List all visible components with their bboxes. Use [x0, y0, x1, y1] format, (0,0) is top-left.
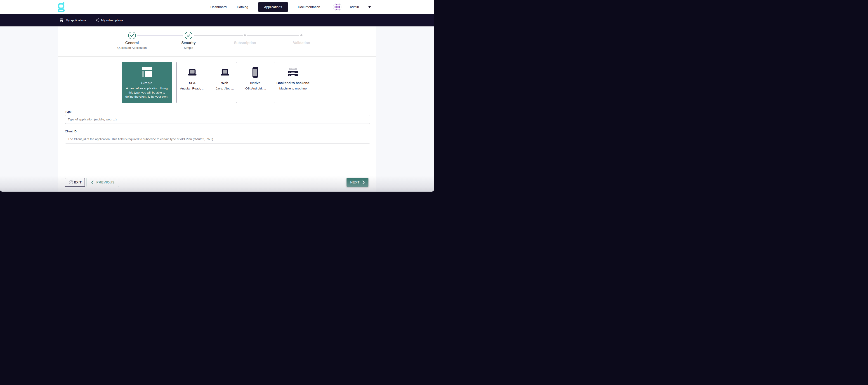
step-title: General: [105, 41, 159, 45]
step-subtitle: Simple: [161, 46, 216, 50]
previous-button-label: PREVIOUS: [96, 180, 115, 184]
card-description: iOS, Android, ...: [243, 87, 268, 91]
exit-button-label: EXIT: [74, 181, 82, 184]
nav-applications[interactable]: Applications: [258, 2, 287, 12]
smartphone-icon: [252, 65, 258, 79]
next-button[interactable]: NEXT: [346, 178, 368, 187]
layout-blocks-icon: [142, 65, 152, 79]
step-subscription[interactable]: Subscription: [218, 26, 272, 45]
nav-catalog[interactable]: Catalog: [237, 5, 248, 9]
step-subtitle: Quickstart Application: [105, 46, 159, 50]
user-avatar[interactable]: [333, 3, 342, 11]
next-button-label: NEXT: [350, 180, 360, 184]
slash-circle-icon: [68, 180, 74, 185]
card-title: SPA: [189, 81, 196, 85]
card-title: Backend to backend: [276, 81, 309, 85]
share-icon: [95, 18, 99, 22]
type-label: Type: [65, 110, 370, 114]
card-web[interactable]: Web Java, .Net, ...: [213, 62, 237, 103]
type-input[interactable]: [65, 115, 370, 124]
step-title: Security: [161, 41, 216, 45]
nav-documentation[interactable]: Documentation: [298, 5, 320, 9]
client-id-field-group: Client ID: [65, 130, 370, 143]
card-spa[interactable]: SPA Angular, React, ...: [177, 62, 208, 103]
server-stack-icon: [59, 18, 64, 22]
check-circle-icon: [185, 32, 192, 39]
content-column: General Quickstart Application Security …: [58, 26, 376, 192]
laptop-icon: [220, 65, 230, 79]
nav-dashboard[interactable]: Dashboard: [211, 5, 227, 9]
subnav-label: My applications: [66, 19, 86, 22]
card-description: Java, .Net, ...: [215, 87, 235, 91]
browser-page: Dashboard Catalog Applications Documenta…: [0, 0, 434, 193]
card-description: Machine to machine: [278, 87, 308, 91]
check-circle-icon: [128, 32, 136, 39]
user-menu: admin: [333, 3, 371, 11]
subnav-my-subscriptions[interactable]: My subscriptions: [95, 18, 123, 22]
gravitee-logo-icon[interactable]: [57, 2, 65, 12]
card-backend-to-backend[interactable]: Backend to backend Machine to machine: [274, 62, 312, 103]
card-title: Web: [221, 81, 228, 85]
client-id-input[interactable]: [65, 135, 370, 143]
chevron-left-icon: [91, 180, 94, 184]
card-title: Simple: [141, 81, 152, 85]
app-window: Dashboard Catalog Applications Documenta…: [0, 0, 434, 192]
subnav-my-applications[interactable]: My applications: [59, 18, 86, 22]
card-title: Native: [250, 81, 260, 85]
step-general[interactable]: General Quickstart Application: [105, 26, 159, 50]
card-native[interactable]: Native iOS, Android, ...: [242, 62, 269, 103]
card-simple[interactable]: Simple A hands-free application. Using t…: [122, 62, 172, 103]
wizard-stepper: General Quickstart Application Security …: [58, 26, 376, 57]
laptop-icon: [188, 65, 197, 79]
client-id-label: Client ID: [65, 130, 370, 133]
caret-down-icon[interactable]: [368, 6, 371, 8]
page-body: General Quickstart Application Security …: [0, 26, 434, 192]
application-form: Type Client ID: [58, 103, 376, 143]
step-title: Subscription: [218, 41, 272, 45]
wizard-footer: EXIT PREVIOUS NEXT: [58, 172, 376, 192]
type-field-group: Type: [65, 110, 370, 124]
step-title: Validation: [274, 41, 329, 45]
username-label[interactable]: admin: [350, 5, 359, 9]
previous-button[interactable]: PREVIOUS: [87, 178, 119, 187]
chevron-right-icon: [362, 180, 365, 184]
top-bar: Dashboard Catalog Applications Documenta…: [0, 0, 434, 14]
sub-navigation: My applications My subscriptions: [0, 14, 434, 26]
security-type-cards: Simple A hands-free application. Using t…: [58, 62, 376, 103]
subnav-label: My subscriptions: [101, 19, 123, 22]
server-stack-icon: [288, 65, 298, 79]
exit-button[interactable]: EXIT: [65, 178, 85, 187]
card-description: Angular, React, ...: [179, 87, 206, 91]
card-description: A hands-free application. Using this typ…: [122, 86, 172, 99]
top-navigation: Dashboard Catalog Applications Documenta…: [211, 2, 320, 12]
step-security[interactable]: Security Simple: [161, 26, 216, 50]
step-validation[interactable]: Validation: [274, 26, 329, 45]
